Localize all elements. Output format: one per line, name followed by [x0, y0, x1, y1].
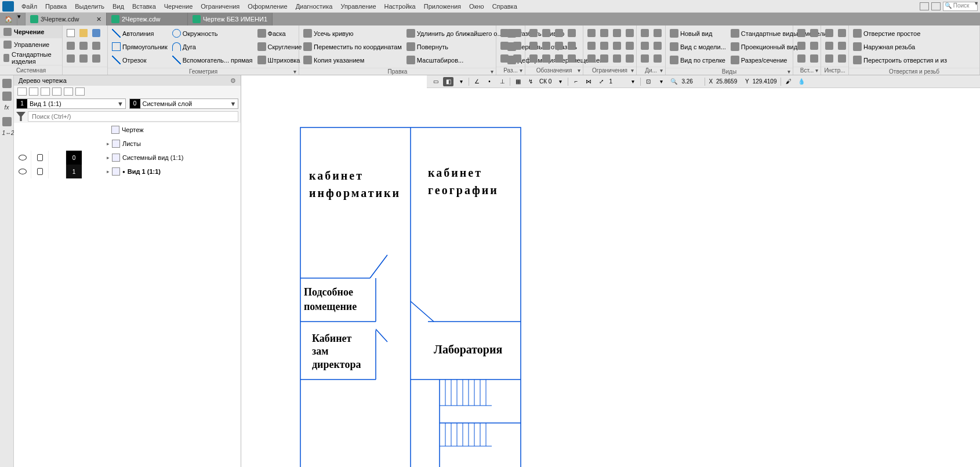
tree-settings-icon[interactable]: ⚙: [230, 77, 236, 85]
expand-icon[interactable]: ▸: [107, 169, 110, 174]
strip-params-icon[interactable]: [2, 79, 12, 88]
doc-tab-1[interactable]: 3Чертеж.cdw ✕: [26, 13, 107, 25]
filter-icon[interactable]: [16, 112, 26, 121]
con-1[interactable]: [586, 27, 597, 39]
cut-button[interactable]: [65, 53, 77, 64]
zoom-fit-icon[interactable]: ⊡: [643, 77, 654, 86]
not-4[interactable]: [566, 27, 578, 39]
rebuild-holes-button[interactable]: Перестроить отверстия и из: [851, 54, 949, 66]
step-icon[interactable]: ⤢: [596, 77, 607, 86]
eraser-icon[interactable]: ◧: [443, 77, 453, 86]
trim-button[interactable]: Усечь кривую: [302, 27, 404, 39]
tl-5[interactable]: [823, 53, 835, 64]
ribbon-mode-draw[interactable]: Черчение: [0, 25, 62, 38]
strip-tree-icon[interactable]: [2, 92, 12, 101]
extend-button[interactable]: Удлинить до ближайшего о...: [405, 27, 504, 39]
tl-2[interactable]: [836, 27, 848, 39]
new-file-button[interactable]: [65, 27, 77, 39]
menu-apps[interactable]: Приложения: [420, 2, 465, 11]
menu-draw[interactable]: Черчение: [160, 2, 197, 11]
doc-tab-3[interactable]: Чертеж БЕЗ ИМЕНИ1: [188, 13, 273, 25]
tree-tool-3[interactable]: [41, 87, 50, 96]
ins-3[interactable]: [796, 40, 807, 52]
menu-manage[interactable]: Управление: [336, 2, 380, 11]
model-view-button[interactable]: Вид с модели...: [668, 41, 728, 53]
arc-button[interactable]: Дуга: [170, 41, 255, 53]
tl-4[interactable]: [836, 40, 848, 52]
expand-icon[interactable]: ▸: [107, 141, 110, 147]
tree-row-sheets[interactable]: ▸Листы: [14, 137, 241, 151]
home-dropdown[interactable]: ▾: [17, 13, 26, 25]
not-8[interactable]: [566, 40, 578, 52]
con-3[interactable]: [611, 27, 623, 39]
not-2[interactable]: [540, 27, 552, 39]
x-coord[interactable]: [716, 78, 742, 85]
chamfer-button[interactable]: Фаска: [256, 27, 304, 39]
not-11[interactable]: [553, 53, 565, 64]
ct-drop4[interactable]: ▾: [656, 77, 666, 86]
zoom-value[interactable]: [681, 78, 702, 85]
ins-6[interactable]: [808, 53, 820, 64]
not-12[interactable]: [566, 53, 578, 64]
tree-tool-1[interactable]: [17, 87, 27, 96]
ct-drop3[interactable]: ▾: [627, 77, 638, 86]
ins-2[interactable]: [808, 27, 820, 39]
rotate-button[interactable]: Повернуть: [405, 41, 504, 53]
menu-insert[interactable]: Вставка: [128, 2, 160, 11]
not-1[interactable]: [528, 27, 539, 39]
ortho-icon[interactable]: ⌐: [571, 77, 581, 86]
ins-1[interactable]: [796, 27, 807, 39]
tl-3[interactable]: [823, 40, 835, 52]
strip-swap-icon[interactable]: 1↔2: [2, 130, 12, 139]
doc-tab-2[interactable]: 2Чертеж.cdw: [107, 13, 188, 25]
ct-drop[interactable]: ▾: [456, 77, 466, 86]
menu-settings[interactable]: Настройка: [380, 2, 420, 11]
expand-icon[interactable]: ▸: [107, 155, 110, 160]
print-button[interactable]: [65, 40, 77, 52]
autoline-button[interactable]: Автолиния: [110, 27, 169, 39]
dim-3[interactable]: [499, 40, 510, 52]
not-7[interactable]: [553, 40, 565, 52]
point-icon[interactable]: •: [484, 77, 495, 86]
menu-file[interactable]: Файл: [17, 2, 41, 11]
ext-thread-button[interactable]: Наружная резьба: [851, 41, 949, 53]
menu-design[interactable]: Оформление: [244, 2, 291, 11]
window-cascade-icon[interactable]: [931, 2, 941, 10]
y-coord[interactable]: [753, 78, 778, 85]
not-5[interactable]: [528, 40, 539, 52]
layer-combo[interactable]: 0 Системный слой ▼: [129, 98, 239, 109]
not-9[interactable]: [528, 53, 539, 64]
not-10[interactable]: [540, 53, 552, 64]
tree-tool-6[interactable]: [75, 87, 85, 96]
cs-icon[interactable]: ↯: [525, 77, 536, 86]
menu-view[interactable]: Вид: [108, 2, 128, 11]
copy-point-button[interactable]: Копия указанием: [302, 54, 404, 66]
visibility-toggle[interactable]: [14, 165, 31, 178]
snap-icon[interactable]: ⋈: [583, 77, 594, 86]
auxline-button[interactable]: Вспомогатель... прямая: [170, 54, 255, 66]
rectangle-button[interactable]: Прямоугольник: [110, 41, 169, 53]
circle-button[interactable]: Окружность: [170, 27, 255, 39]
dim-1[interactable]: [499, 27, 510, 39]
tree-row-view1[interactable]: 1 ▸● Вид 1 (1:1): [14, 165, 241, 178]
undo-button[interactable]: [78, 40, 89, 52]
dim-6[interactable]: [511, 53, 523, 64]
home-tab[interactable]: 🏠: [0, 13, 17, 25]
ct-1[interactable]: ▭: [430, 77, 441, 86]
tab-close-icon[interactable]: ✕: [96, 16, 101, 23]
fillet-button[interactable]: Скругление: [256, 41, 304, 53]
con-10[interactable]: [598, 53, 610, 64]
menu-window[interactable]: Окно: [465, 2, 488, 11]
not-6[interactable]: [540, 40, 552, 52]
move-coords-button[interactable]: Переместить по координатам: [302, 41, 404, 53]
dim-4[interactable]: [511, 40, 523, 52]
menu-edit[interactable]: Правка: [41, 2, 71, 11]
ct-drop2[interactable]: ▾: [555, 77, 565, 86]
tree-tool-5[interactable]: [64, 87, 73, 96]
dim-2[interactable]: [511, 27, 523, 39]
dg-1[interactable]: [639, 27, 651, 39]
dim-5[interactable]: [499, 53, 510, 64]
dg-5[interactable]: [639, 53, 651, 64]
grid-icon[interactable]: ▦: [513, 77, 523, 86]
con-9[interactable]: [586, 53, 597, 64]
